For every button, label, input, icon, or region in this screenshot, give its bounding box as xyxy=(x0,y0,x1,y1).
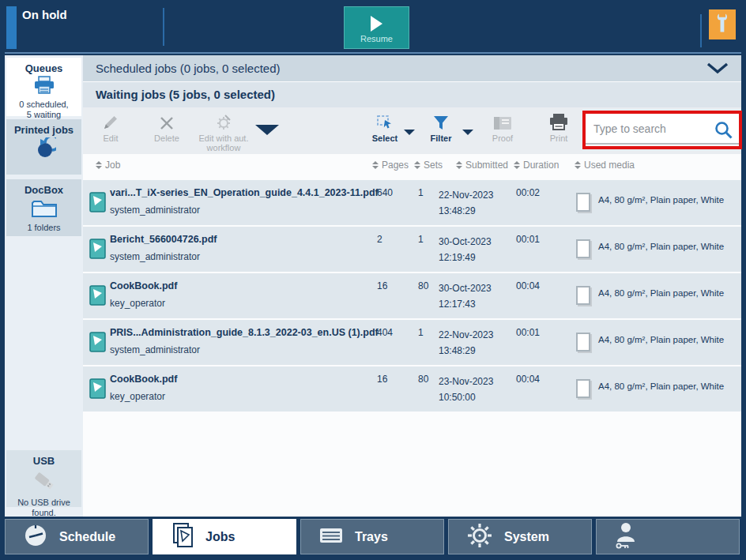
sort-icon xyxy=(514,161,520,169)
usb-icon xyxy=(6,468,81,497)
job-time: 12:17:43 xyxy=(439,296,492,312)
job-row[interactable]: CookBook.pdf key_operator 16 80 23-Nov-2… xyxy=(83,366,741,412)
select-dropdown[interactable] xyxy=(404,130,415,135)
job-media: A4, 80 g/m², Plain paper, White xyxy=(598,381,724,391)
job-submitted: 22-Nov-2023 13:48:29 xyxy=(439,187,493,219)
job-duration: 00:01 xyxy=(516,327,540,338)
resume-button[interactable]: Resume xyxy=(344,6,409,49)
close-icon xyxy=(143,112,190,131)
job-row[interactable]: Bericht_566004726.pdf system_administrat… xyxy=(83,227,741,272)
maintenance-button[interactable] xyxy=(709,9,736,39)
tab-trays[interactable]: Trays xyxy=(300,519,444,554)
job-time: 12:19:49 xyxy=(439,250,492,265)
job-submitted: 23-Nov-2023 10:50:00 xyxy=(439,374,493,405)
job-row[interactable]: CookBook.pdf key_operator 16 80 30-Oct-2… xyxy=(83,273,741,318)
sort-icon xyxy=(372,161,379,169)
sidebar-item-usb[interactable]: USB No USB drive found. xyxy=(6,450,81,507)
tab-schedule[interactable]: Schedule xyxy=(5,519,149,554)
sidebar-item-printed-jobs[interactable]: Printed jobs xyxy=(6,119,81,175)
column-header-job[interactable]: Job xyxy=(96,160,120,171)
delete-button[interactable]: Delete xyxy=(143,112,190,143)
docbox-count: 1 folders xyxy=(6,223,81,233)
filter-label: Filter xyxy=(417,133,465,143)
jobs-list: vari...T_iX-series_EN_Operation_guide_4.… xyxy=(83,180,741,413)
printer-icon xyxy=(6,76,81,99)
filter-dropdown[interactable] xyxy=(462,130,473,135)
job-date: 22-Nov-2023 xyxy=(439,327,493,343)
select-button[interactable]: Select xyxy=(361,112,409,143)
print-button[interactable]: Print xyxy=(535,112,582,143)
job-media: A4, 80 g/m², Plain paper, White xyxy=(598,335,724,344)
usb-title: USB xyxy=(6,450,81,467)
edit-button[interactable]: Edit xyxy=(87,112,134,143)
gear-icon xyxy=(466,522,493,552)
tab-trays-label: Trays xyxy=(355,530,388,544)
job-name: CookBook.pdf xyxy=(110,280,177,291)
trays-icon xyxy=(318,526,344,548)
job-document-icon xyxy=(89,332,107,356)
jobs-toolbar: Edit Delete xyxy=(83,107,741,154)
column-label: Used media xyxy=(584,160,635,171)
job-row[interactable]: vari...T_iX-series_EN_Operation_guide_4.… xyxy=(83,180,741,225)
topbar-underline xyxy=(5,52,741,54)
tab-jobs[interactable]: Jobs xyxy=(153,519,296,554)
status-accent-strip xyxy=(6,6,17,49)
job-sets: 1 xyxy=(418,327,424,338)
media-sheet-icon[interactable] xyxy=(576,286,590,305)
job-name: vari...T_iX-series_EN_Operation_guide_4.… xyxy=(110,187,379,198)
column-header-sets[interactable]: Sets xyxy=(414,160,443,171)
chevron-down-icon[interactable] xyxy=(706,62,729,77)
wrench-icon xyxy=(716,13,729,36)
edit-with-workflow-button[interactable]: Edit with aut. workflow xyxy=(194,112,253,152)
column-header-pages[interactable]: Pages xyxy=(372,160,409,171)
job-media: A4, 80 g/m², Plain paper, White xyxy=(598,195,724,205)
column-label: Sets xyxy=(424,160,443,171)
job-document-icon xyxy=(89,192,107,216)
tab-system[interactable]: System xyxy=(448,519,592,554)
docbox-title: DocBox xyxy=(6,179,81,196)
job-sets: 80 xyxy=(418,280,428,291)
printer-control-app: On hold Resume Queues 0 scheduled, 5 xyxy=(0,0,746,560)
jobs-content: Scheduled jobs (0 jobs, 0 selected) Wait… xyxy=(83,55,741,517)
filter-button[interactable]: Filter xyxy=(417,112,465,143)
job-name: PRIS...Administration_guide_8.1.3_2022-0… xyxy=(110,327,379,338)
column-header-submitted[interactable]: Submitted xyxy=(456,160,508,171)
job-submitted: 30-Oct-2023 12:19:49 xyxy=(439,234,492,265)
search-box-highlighted xyxy=(582,111,742,149)
job-date: 22-Nov-2023 xyxy=(439,187,493,203)
scheduled-jobs-section[interactable]: Scheduled jobs (0 jobs, 0 selected) xyxy=(83,55,741,81)
more-actions-dropdown[interactable] xyxy=(255,125,279,135)
job-pages: 404 xyxy=(377,327,393,338)
queues-status-line1: 0 scheduled, xyxy=(6,100,81,110)
media-sheet-icon[interactable] xyxy=(576,193,590,212)
job-row[interactable]: PRIS...Administration_guide_8.1.3_2022-0… xyxy=(83,320,741,365)
column-header-used-media[interactable]: Used media xyxy=(575,160,635,171)
printer-status-label: On hold xyxy=(22,8,67,21)
tab-schedule-label: Schedule xyxy=(59,530,115,544)
media-sheet-icon[interactable] xyxy=(576,239,590,258)
column-header-duration[interactable]: Duration xyxy=(514,160,559,171)
proof-label: Proof xyxy=(479,133,526,143)
scheduled-jobs-header: Scheduled jobs (0 jobs, 0 selected) xyxy=(96,62,280,75)
usb-status: No USB drive found. xyxy=(6,498,81,518)
column-label: Pages xyxy=(382,160,409,171)
waiting-jobs-section: Waiting jobs (5 jobs, 0 selected) xyxy=(83,82,741,107)
printed-jobs-title: Printed jobs xyxy=(6,119,81,136)
sidebar-item-queues[interactable]: Queues 0 scheduled, 5 waiting xyxy=(6,58,81,116)
search-icon[interactable] xyxy=(714,120,734,144)
job-media: A4, 80 g/m², Plain paper, White xyxy=(598,242,724,251)
media-sheet-icon[interactable] xyxy=(576,379,590,398)
media-sheet-icon[interactable] xyxy=(576,333,590,351)
tab-login-user[interactable] xyxy=(596,519,740,554)
job-pages: 16 xyxy=(377,280,387,291)
sort-icon xyxy=(96,161,102,169)
job-owner: key_operator xyxy=(110,298,165,309)
proof-button[interactable]: Proof xyxy=(479,112,526,143)
sort-icon xyxy=(575,161,581,169)
job-sets: 1 xyxy=(418,234,424,245)
job-owner: system_administrator xyxy=(110,205,200,216)
job-submitted: 22-Nov-2023 13:48:29 xyxy=(439,327,493,359)
sidebar-item-docbox[interactable]: DocBox 1 folders xyxy=(6,179,81,236)
tab-system-label: System xyxy=(504,530,549,544)
job-owner: key_operator xyxy=(110,391,165,402)
